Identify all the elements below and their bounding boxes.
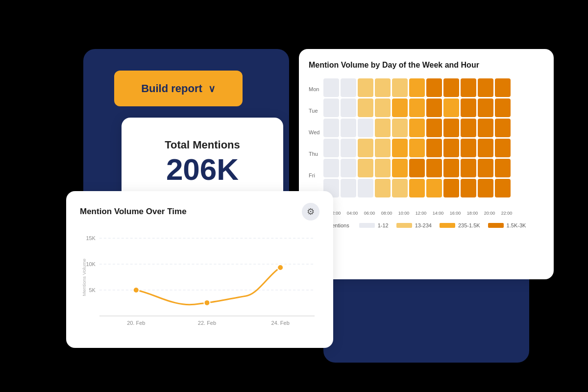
heatmap-cell xyxy=(375,119,391,137)
heatmap-x-label: 06:00 xyxy=(362,211,377,216)
heatmap-cell xyxy=(478,78,493,97)
heatmap-cell xyxy=(323,78,339,97)
heatmap-cell xyxy=(426,179,442,197)
heatmap-x-labels: 02:0004:0006:0008:0010:0012:0014:0016:00… xyxy=(327,211,544,216)
heatmap-cell xyxy=(495,98,511,117)
heatmap-cell xyxy=(461,179,476,197)
heatmap-row xyxy=(323,139,544,157)
heatmap-cell xyxy=(409,179,425,197)
heatmap-cell xyxy=(358,98,373,117)
legend-label-2: 13-234 xyxy=(415,222,432,228)
heatmap-cell xyxy=(478,98,493,117)
bg-card-right xyxy=(323,265,529,363)
svg-text:10K: 10K xyxy=(86,261,96,267)
heatmap-cell xyxy=(443,139,459,157)
heatmap-cell xyxy=(426,78,442,97)
heatmap-x-label: 22:00 xyxy=(499,211,514,216)
svg-point-12 xyxy=(277,265,283,270)
legend-label-1: 1-12 xyxy=(378,222,389,228)
heatmap-cell xyxy=(358,179,373,197)
heatmap-cell xyxy=(443,78,459,97)
heatmap-cell xyxy=(478,179,493,197)
heatmap-y-labels: Mon Tue Wed Thu Fri Sat xyxy=(309,78,319,208)
heatmap-row xyxy=(323,78,544,97)
heatmap-cell xyxy=(323,119,339,137)
heatmap-grid-wrap: Mon Tue Wed Thu Fri Sat xyxy=(309,78,544,208)
build-report-label: Build report xyxy=(141,82,202,95)
heatmap-cell xyxy=(478,119,493,137)
heatmap-cell xyxy=(461,98,476,117)
heatmap-cell xyxy=(409,98,425,117)
heatmap-cell xyxy=(426,139,442,157)
heatmap-cell xyxy=(358,78,373,97)
heatmap-cell xyxy=(443,179,459,197)
heatmap-x-label: 14:00 xyxy=(430,211,446,216)
heatmap-cell xyxy=(323,139,339,157)
heatmap-cell xyxy=(392,159,408,177)
heatmap-x-label: 18:00 xyxy=(465,211,480,216)
line-chart-title: Mention Volume Over Time xyxy=(80,207,187,217)
svg-text:5K: 5K xyxy=(89,287,96,293)
heatmap-row xyxy=(323,179,544,197)
total-mentions-value: 206K xyxy=(166,154,239,185)
heatmap-cell xyxy=(495,78,511,97)
legend-item-4: 1.5K-3K xyxy=(488,222,526,228)
svg-text:22. Feb: 22. Feb xyxy=(198,320,216,326)
heatmap-cell xyxy=(478,159,493,177)
legend-item-2: 13-234 xyxy=(396,222,432,228)
svg-point-13 xyxy=(133,287,139,293)
heatmap-cell xyxy=(358,119,373,137)
legend-label-3: 235-1.5K xyxy=(458,222,480,228)
heatmap-cell xyxy=(323,159,339,177)
heatmap-cell xyxy=(409,139,425,157)
heatmap-cell xyxy=(409,119,425,137)
heatmap-cell xyxy=(478,139,493,157)
heatmap-day-mon: Mon xyxy=(309,78,319,100)
heatmap-x-label: 16:00 xyxy=(447,211,463,216)
svg-point-11 xyxy=(204,300,210,306)
svg-text:24. Feb: 24. Feb xyxy=(271,320,290,326)
line-chart-area: 15K 10K 5K 20. Feb 22. Feb 24. Feb Menti… xyxy=(80,228,319,336)
svg-text:15K: 15K xyxy=(86,235,96,241)
heatmap-cell xyxy=(392,78,408,97)
chevron-down-icon: ∨ xyxy=(208,83,216,95)
heatmap-x-label: 12:00 xyxy=(413,211,429,216)
heatmap-cell xyxy=(375,179,391,197)
heatmap-cell xyxy=(341,119,356,137)
heatmap-row xyxy=(323,159,544,177)
heatmap-cell xyxy=(341,139,356,157)
heatmap-cell xyxy=(341,78,356,97)
heatmap-x-label: 10:00 xyxy=(396,211,412,216)
heatmap-row xyxy=(323,98,544,117)
legend-item-1: 1-12 xyxy=(359,222,389,228)
heatmap-row xyxy=(323,119,544,137)
gear-button[interactable]: ⚙ xyxy=(302,203,319,220)
heatmap-cell xyxy=(495,119,511,137)
heatmap-cell xyxy=(495,159,511,177)
heatmap-cell xyxy=(375,98,391,117)
heatmap-cell xyxy=(375,78,391,97)
heatmap-cell xyxy=(495,179,511,197)
heatmap-cell xyxy=(341,159,356,177)
total-mentions-label: Total Mentions xyxy=(165,139,240,151)
heatmap-grid xyxy=(323,78,544,208)
heatmap-cell xyxy=(375,139,391,157)
heatmap-cell xyxy=(375,159,391,177)
heatmap-cell xyxy=(426,119,442,137)
heatmap-x-label: 04:00 xyxy=(344,211,360,216)
line-chart-svg: 15K 10K 5K 20. Feb 22. Feb 24. Feb Menti… xyxy=(80,228,319,326)
heatmap-day-fri: Fri xyxy=(309,165,319,186)
heatmap-cell xyxy=(443,159,459,177)
heatmap-cell xyxy=(392,179,408,197)
heatmap-title: Mention Volume by Day of the Week and Ho… xyxy=(309,61,544,70)
heatmap-x-label: 08:00 xyxy=(379,211,394,216)
heatmap-legend: Mentions 1-12 13-234 235-1.5K 1.5K-3K xyxy=(327,222,544,228)
heatmap-cell xyxy=(426,159,442,177)
heatmap-cell xyxy=(358,159,373,177)
build-report-button[interactable]: Build report ∨ xyxy=(114,71,243,106)
heatmap-cell xyxy=(461,159,476,177)
heatmap-cell xyxy=(443,98,459,117)
heatmap-card: Mention Volume by Day of the Week and Ho… xyxy=(299,49,554,279)
heatmap-cell xyxy=(323,98,339,117)
heatmap-cell xyxy=(341,179,356,197)
